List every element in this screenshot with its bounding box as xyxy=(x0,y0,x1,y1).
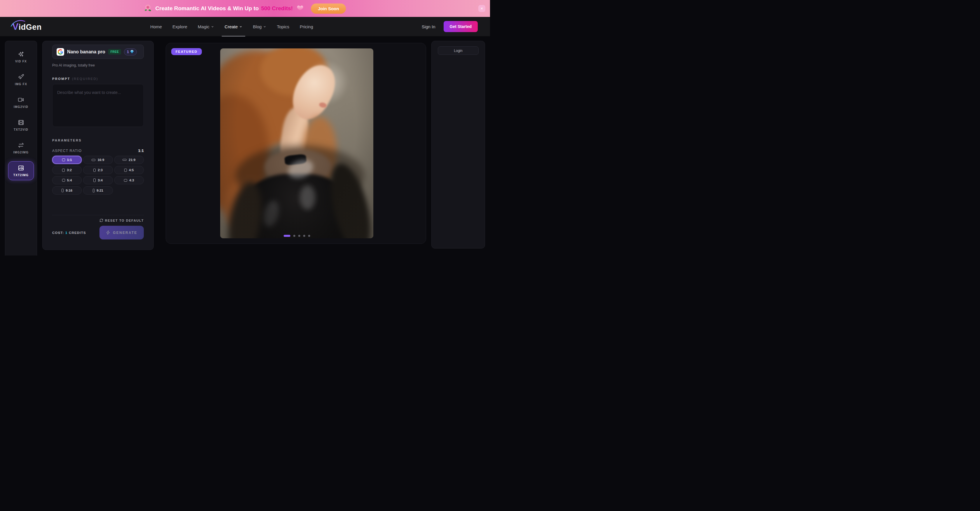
aspect-option-2-3[interactable]: 2:3 xyxy=(83,166,113,174)
aspect-option-3-2[interactable]: 3:2 xyxy=(52,166,82,174)
nav-magic[interactable]: Magic xyxy=(198,17,214,37)
refresh-icon xyxy=(99,218,103,222)
sidebar-item-label: TXT2IMG xyxy=(13,174,29,177)
sidebar-item-txt2img[interactable]: TXT2IMG xyxy=(8,161,34,180)
sign-in-button[interactable]: Sign In xyxy=(422,24,436,29)
sidebar-item-vid-fx[interactable]: VID FX xyxy=(8,48,34,67)
aspect-option-16-9[interactable]: 16:9 xyxy=(83,156,113,164)
model-name: Nano banana pro xyxy=(67,49,105,54)
paintbrush-icon xyxy=(18,74,24,80)
heart-icon xyxy=(297,5,304,12)
prompt-input[interactable] xyxy=(52,84,144,127)
prompt-required-label: (REQUIRED) xyxy=(72,77,98,81)
featured-badge: FEATURED xyxy=(171,48,202,55)
film-icon xyxy=(18,119,24,126)
sidebar-item-txt2vid[interactable]: TXT2VID xyxy=(8,116,34,135)
ratio-portrait-icon xyxy=(93,178,95,182)
model-credit-badge: 1 xyxy=(124,48,137,56)
get-started-button[interactable]: Get Started xyxy=(444,21,478,32)
ratio-ultratall-icon xyxy=(93,189,94,193)
image-icon xyxy=(18,165,24,171)
aspect-ratio-value: 1:1 xyxy=(138,148,144,153)
cost-row: COST: 1 CREDITS GENERATE xyxy=(52,226,144,239)
sidebar-item-label: TXT2VID xyxy=(14,128,28,131)
login-button[interactable]: Login xyxy=(438,46,479,55)
vidgen-logo[interactable]: VidGen xyxy=(12,21,42,32)
sidebar-item-img2vid[interactable]: IMG2VID xyxy=(8,93,34,112)
close-icon[interactable]: × xyxy=(478,5,485,12)
ratio-portrait-icon xyxy=(124,169,127,172)
aspect-option-9-21[interactable]: 9:21 xyxy=(83,186,113,194)
model-credit-count: 1 xyxy=(127,50,129,54)
nav-topics[interactable]: Topics xyxy=(277,17,290,37)
nav-explore[interactable]: Explore xyxy=(172,17,187,37)
gem-icon xyxy=(130,50,134,54)
promo-highlight: 500 Credits! xyxy=(261,5,293,12)
model-selector[interactable]: Nano banana pro FREE 1 xyxy=(52,45,144,59)
nav-create[interactable]: Create xyxy=(224,17,242,37)
reset-to-default-button[interactable]: RESET TO DEFAULT xyxy=(99,218,144,222)
cost-label: COST: 1 CREDITS xyxy=(52,231,86,234)
history-panel: Login xyxy=(431,41,485,248)
auth-area: Sign In Get Started xyxy=(422,21,478,32)
nav-links: Home Explore Magic Create Blog Topics Pr… xyxy=(150,17,313,37)
featured-image[interactable] xyxy=(220,48,373,238)
chevron-down-icon xyxy=(211,25,214,28)
join-soon-button[interactable]: Join Soon xyxy=(311,3,346,14)
generate-button[interactable]: GENERATE xyxy=(99,226,144,239)
aspect-option-1-1[interactable]: 1:1 xyxy=(52,156,82,164)
video-camera-icon xyxy=(18,97,24,103)
aspect-option-9-16[interactable]: 9:16 xyxy=(52,186,82,194)
logo-text: idGen xyxy=(19,23,42,32)
aspect-option-4-5[interactable]: 4:5 xyxy=(115,166,144,174)
promo-banner: Create Romantic AI Videos & Win Up to 50… xyxy=(0,0,490,17)
logo-letter-v: V xyxy=(12,21,19,32)
ratio-portrait-icon xyxy=(93,169,95,172)
promo-text: Create Romantic AI Videos & Win Up to 50… xyxy=(156,5,293,12)
image-vignette xyxy=(220,48,373,238)
content-area: VID FX IMG FX IMG2VID TXT2VID IMG2IMG TX… xyxy=(0,37,490,256)
chevron-down-icon xyxy=(263,25,266,28)
sidebar-item-label: IMG2VID xyxy=(14,105,28,108)
ratio-landscape-icon xyxy=(62,169,65,172)
parameters-label: PARAMETERS xyxy=(52,138,144,142)
aspect-ratio-grid: 1:1 16:9 21:9 3:2 2:3 4:5 5:4 3:4 4:3 9:… xyxy=(52,156,144,194)
carousel-dot[interactable] xyxy=(298,235,300,237)
ratio-tall-icon xyxy=(62,189,64,192)
sidebar-item-label: VID FX xyxy=(15,60,27,63)
swap-arrows-icon xyxy=(18,142,24,148)
google-icon xyxy=(57,48,64,56)
generation-settings-panel: Nano banana pro FREE 1 Pro AI imaging, t… xyxy=(42,41,154,250)
carousel-dot[interactable] xyxy=(293,235,295,237)
panel-divider xyxy=(52,215,144,215)
top-navbar: VidGen Home Explore Magic Create Blog To… xyxy=(0,17,490,37)
sidebar-item-img-fx[interactable]: IMG FX xyxy=(8,70,34,89)
aspect-option-5-4[interactable]: 5:4 xyxy=(52,176,82,184)
featured-showcase-card: FEATURED xyxy=(165,43,426,244)
nav-blog[interactable]: Blog xyxy=(253,17,266,37)
sidebar-item-label: IMG FX xyxy=(15,83,27,86)
carousel-dot-active[interactable] xyxy=(283,235,290,237)
chevron-down-icon xyxy=(239,25,242,28)
ratio-wide-icon xyxy=(92,159,95,161)
lightning-icon xyxy=(106,231,110,235)
sidebar-item-label: IMG2IMG xyxy=(13,151,29,154)
aspect-option-3-4[interactable]: 3:4 xyxy=(83,176,113,184)
free-badge: FREE xyxy=(108,49,121,54)
prompt-label: PROMPT xyxy=(52,77,70,81)
model-tagline: Pro AI imaging, totally free xyxy=(52,63,144,67)
aspect-option-4-3[interactable]: 4:3 xyxy=(115,176,144,184)
cost-value: 1 xyxy=(65,231,68,234)
carousel-dot[interactable] xyxy=(303,235,305,237)
sidebar-item-img2img[interactable]: IMG2IMG xyxy=(8,138,34,158)
nav-pricing[interactable]: Pricing xyxy=(300,17,313,37)
ratio-square-icon xyxy=(62,158,65,161)
nav-home[interactable]: Home xyxy=(150,17,162,37)
carousel-dot[interactable] xyxy=(308,235,310,237)
sparkles-icon xyxy=(18,51,24,57)
rose-icon xyxy=(144,4,152,13)
prompt-header: PROMPT (REQUIRED) xyxy=(52,77,144,81)
tool-sidebar: VID FX IMG FX IMG2VID TXT2VID IMG2IMG TX… xyxy=(5,41,37,256)
ratio-landscape-icon xyxy=(62,179,65,182)
aspect-option-21-9[interactable]: 21:9 xyxy=(115,156,144,164)
